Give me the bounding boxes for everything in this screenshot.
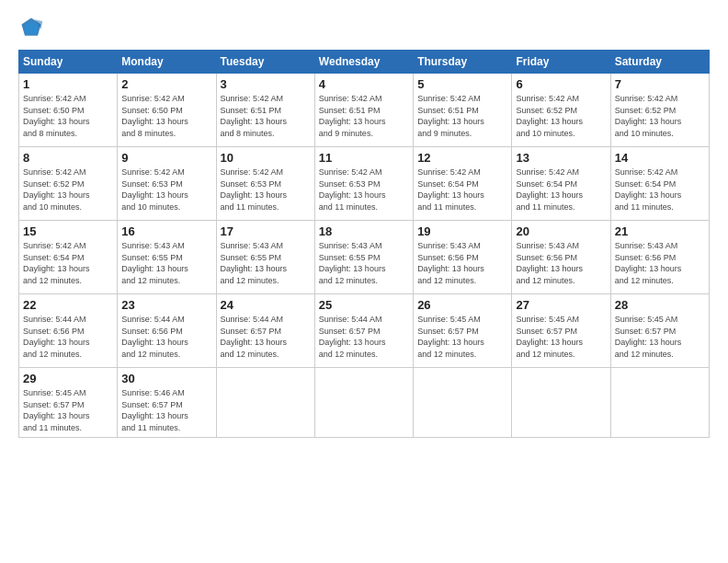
day-info: Sunrise: 5:42 AM Sunset: 6:51 PM Dayligh…	[221, 93, 311, 139]
day-number: 16	[121, 224, 211, 238]
day-info: Sunrise: 5:42 AM Sunset: 6:50 PM Dayligh…	[121, 93, 211, 139]
day-cell: 25Sunrise: 5:44 AM Sunset: 6:57 PM Dayli…	[314, 294, 413, 368]
day-info: Sunrise: 5:46 AM Sunset: 6:57 PM Dayligh…	[121, 387, 211, 433]
day-info: Sunrise: 5:43 AM Sunset: 6:55 PM Dayligh…	[221, 240, 311, 286]
day-number: 28	[615, 298, 705, 312]
day-number: 25	[319, 298, 409, 312]
day-number: 17	[221, 224, 311, 238]
day-cell: 5Sunrise: 5:42 AM Sunset: 6:51 PM Daylig…	[414, 74, 512, 147]
day-number: 22	[23, 298, 113, 312]
day-cell: 10Sunrise: 5:42 AM Sunset: 6:53 PM Dayli…	[216, 147, 314, 221]
day-cell: 17Sunrise: 5:43 AM Sunset: 6:55 PM Dayli…	[216, 221, 314, 294]
day-cell: 22Sunrise: 5:44 AM Sunset: 6:56 PM Dayli…	[19, 294, 118, 368]
day-number: 9	[121, 151, 211, 165]
day-number: 3	[221, 77, 311, 91]
day-info: Sunrise: 5:42 AM Sunset: 6:53 PM Dayligh…	[221, 167, 311, 213]
day-info: Sunrise: 5:42 AM Sunset: 6:54 PM Dayligh…	[417, 167, 507, 213]
day-number: 27	[516, 298, 606, 312]
day-cell: 29Sunrise: 5:45 AM Sunset: 6:57 PM Dayli…	[19, 368, 118, 438]
day-number: 11	[319, 151, 409, 165]
day-info: Sunrise: 5:42 AM Sunset: 6:52 PM Dayligh…	[23, 167, 113, 213]
day-info: Sunrise: 5:44 AM Sunset: 6:57 PM Dayligh…	[221, 314, 311, 360]
day-info: Sunrise: 5:42 AM Sunset: 6:50 PM Dayligh…	[23, 93, 113, 139]
day-cell: 6Sunrise: 5:42 AM Sunset: 6:52 PM Daylig…	[512, 74, 610, 147]
day-number: 23	[121, 298, 211, 312]
day-info: Sunrise: 5:44 AM Sunset: 6:57 PM Dayligh…	[319, 314, 409, 360]
day-info: Sunrise: 5:44 AM Sunset: 6:56 PM Dayligh…	[23, 314, 113, 360]
col-header-saturday: Saturday	[610, 51, 709, 74]
week-row-2: 8Sunrise: 5:42 AM Sunset: 6:52 PM Daylig…	[19, 147, 710, 221]
day-number: 24	[221, 298, 311, 312]
day-info: Sunrise: 5:42 AM Sunset: 6:54 PM Dayligh…	[516, 167, 606, 213]
week-row-5: 29Sunrise: 5:45 AM Sunset: 6:57 PM Dayli…	[19, 368, 710, 438]
day-info: Sunrise: 5:45 AM Sunset: 6:57 PM Dayligh…	[23, 387, 113, 433]
day-info: Sunrise: 5:42 AM Sunset: 6:52 PM Dayligh…	[615, 93, 705, 139]
day-info: Sunrise: 5:43 AM Sunset: 6:55 PM Dayligh…	[121, 240, 211, 286]
day-cell: 18Sunrise: 5:43 AM Sunset: 6:55 PM Dayli…	[314, 221, 413, 294]
day-cell	[610, 368, 709, 438]
col-header-sunday: Sunday	[19, 51, 118, 74]
day-info: Sunrise: 5:42 AM Sunset: 6:52 PM Dayligh…	[516, 93, 606, 139]
day-cell	[216, 368, 314, 438]
day-number: 2	[121, 77, 211, 91]
week-row-4: 22Sunrise: 5:44 AM Sunset: 6:56 PM Dayli…	[19, 294, 710, 368]
day-cell: 16Sunrise: 5:43 AM Sunset: 6:55 PM Dayli…	[118, 221, 216, 294]
day-info: Sunrise: 5:45 AM Sunset: 6:57 PM Dayligh…	[615, 314, 705, 360]
day-cell	[314, 368, 413, 438]
day-number: 7	[615, 77, 705, 91]
day-number: 4	[319, 77, 409, 91]
day-cell: 13Sunrise: 5:42 AM Sunset: 6:54 PM Dayli…	[512, 147, 610, 221]
day-number: 15	[23, 224, 113, 238]
day-info: Sunrise: 5:42 AM Sunset: 6:53 PM Dayligh…	[319, 167, 409, 213]
day-cell: 30Sunrise: 5:46 AM Sunset: 6:57 PM Dayli…	[118, 368, 216, 438]
day-cell: 27Sunrise: 5:45 AM Sunset: 6:57 PM Dayli…	[512, 294, 610, 368]
day-cell	[414, 368, 512, 438]
day-cell: 2Sunrise: 5:42 AM Sunset: 6:50 PM Daylig…	[118, 74, 216, 147]
day-cell: 15Sunrise: 5:42 AM Sunset: 6:54 PM Dayli…	[19, 221, 118, 294]
day-info: Sunrise: 5:43 AM Sunset: 6:56 PM Dayligh…	[417, 240, 507, 286]
day-number: 26	[417, 298, 507, 312]
day-cell: 9Sunrise: 5:42 AM Sunset: 6:53 PM Daylig…	[118, 147, 216, 221]
day-number: 10	[221, 151, 311, 165]
day-info: Sunrise: 5:43 AM Sunset: 6:56 PM Dayligh…	[516, 240, 606, 286]
day-cell: 20Sunrise: 5:43 AM Sunset: 6:56 PM Dayli…	[512, 221, 610, 294]
day-info: Sunrise: 5:45 AM Sunset: 6:57 PM Dayligh…	[417, 314, 507, 360]
col-header-friday: Friday	[512, 51, 610, 74]
day-cell: 28Sunrise: 5:45 AM Sunset: 6:57 PM Dayli…	[610, 294, 709, 368]
day-cell	[512, 368, 610, 438]
day-cell: 11Sunrise: 5:42 AM Sunset: 6:53 PM Dayli…	[314, 147, 413, 221]
day-cell: 4Sunrise: 5:42 AM Sunset: 6:51 PM Daylig…	[314, 74, 413, 147]
day-info: Sunrise: 5:44 AM Sunset: 6:56 PM Dayligh…	[121, 314, 211, 360]
day-info: Sunrise: 5:45 AM Sunset: 6:57 PM Dayligh…	[516, 314, 606, 360]
day-info: Sunrise: 5:42 AM Sunset: 6:54 PM Dayligh…	[23, 240, 113, 286]
day-number: 12	[417, 151, 507, 165]
day-cell: 24Sunrise: 5:44 AM Sunset: 6:57 PM Dayli…	[216, 294, 314, 368]
day-cell: 1Sunrise: 5:42 AM Sunset: 6:50 PM Daylig…	[19, 74, 118, 147]
day-info: Sunrise: 5:42 AM Sunset: 6:53 PM Dayligh…	[121, 167, 211, 213]
col-header-tuesday: Tuesday	[216, 51, 314, 74]
day-cell: 8Sunrise: 5:42 AM Sunset: 6:52 PM Daylig…	[19, 147, 118, 221]
day-cell: 21Sunrise: 5:43 AM Sunset: 6:56 PM Dayli…	[610, 221, 709, 294]
col-header-monday: Monday	[118, 51, 216, 74]
day-number: 30	[121, 372, 211, 385]
day-info: Sunrise: 5:42 AM Sunset: 6:51 PM Dayligh…	[319, 93, 409, 139]
calendar-table: SundayMondayTuesdayWednesdayThursdayFrid…	[18, 50, 710, 438]
logo-icon	[18, 15, 44, 40]
day-cell: 26Sunrise: 5:45 AM Sunset: 6:57 PM Dayli…	[414, 294, 512, 368]
day-cell: 3Sunrise: 5:42 AM Sunset: 6:51 PM Daylig…	[216, 74, 314, 147]
day-cell: 19Sunrise: 5:43 AM Sunset: 6:56 PM Dayli…	[414, 221, 512, 294]
week-row-1: 1Sunrise: 5:42 AM Sunset: 6:50 PM Daylig…	[19, 74, 710, 147]
day-info: Sunrise: 5:43 AM Sunset: 6:55 PM Dayligh…	[319, 240, 409, 286]
header	[18, 15, 710, 40]
day-cell: 14Sunrise: 5:42 AM Sunset: 6:54 PM Dayli…	[610, 147, 709, 221]
day-info: Sunrise: 5:42 AM Sunset: 6:51 PM Dayligh…	[417, 93, 507, 139]
day-number: 21	[615, 224, 705, 238]
day-number: 29	[23, 372, 113, 385]
day-number: 1	[23, 77, 113, 91]
day-info: Sunrise: 5:42 AM Sunset: 6:54 PM Dayligh…	[615, 167, 705, 213]
day-number: 5	[417, 77, 507, 91]
day-number: 20	[516, 224, 606, 238]
day-number: 18	[319, 224, 409, 238]
day-number: 8	[23, 151, 113, 165]
day-number: 19	[417, 224, 507, 238]
